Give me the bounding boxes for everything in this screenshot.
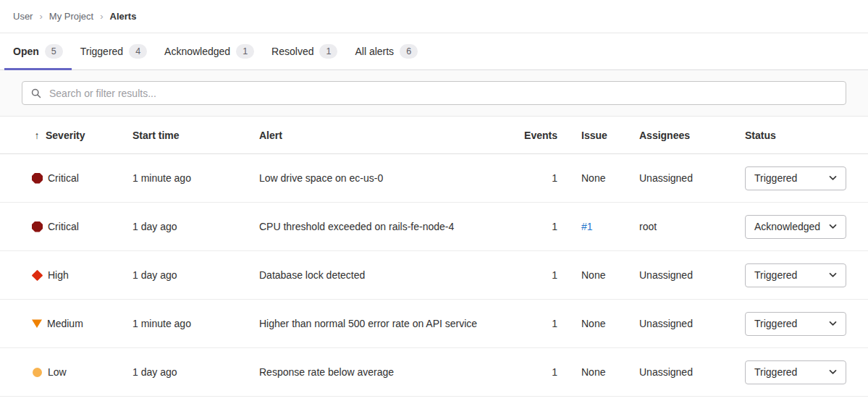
breadcrumb-alerts: Alerts xyxy=(110,11,137,22)
tab-count-badge: 1 xyxy=(319,44,337,59)
issue-value: None xyxy=(581,269,605,281)
table-body: Critical 1 minute ago Low drive space on… xyxy=(0,154,868,397)
severity-cell: Critical xyxy=(32,172,132,184)
status-cell: Triggered xyxy=(745,360,846,384)
tab-label: Resolved xyxy=(271,46,313,57)
alert-title[interactable]: Higher than normal 500 error rate on API… xyxy=(259,318,507,329)
search-box[interactable] xyxy=(22,81,846,105)
column-header-start-time: Start time xyxy=(132,130,259,141)
column-header-status: Status xyxy=(745,130,846,141)
search-input[interactable] xyxy=(48,87,837,100)
events-count: 1 xyxy=(507,221,557,232)
column-header-assignees: Assignees xyxy=(639,130,745,141)
table-header-row: ↑ Severity Start time Alert Events Issue… xyxy=(0,117,868,154)
table-row[interactable]: High 1 day ago Database lock detected 1 … xyxy=(0,251,868,300)
status-label: Triggered xyxy=(754,318,797,329)
issue-cell: None xyxy=(557,366,639,378)
status-cell: Triggered xyxy=(745,312,846,336)
table-row[interactable]: Medium 1 minute ago Higher than normal 5… xyxy=(0,300,868,348)
column-header-alert: Alert xyxy=(259,130,507,141)
tab-count-badge: 5 xyxy=(45,44,63,59)
chevron-down-icon xyxy=(829,224,837,229)
tab-all-alerts[interactable]: All alerts 6 xyxy=(346,33,426,69)
start-time: 1 day ago xyxy=(132,366,259,378)
issue-cell: None xyxy=(557,269,639,281)
tab-open[interactable]: Open 5 xyxy=(4,33,72,69)
column-header-severity[interactable]: ↑ Severity xyxy=(32,130,132,141)
tab-count-badge: 6 xyxy=(400,44,418,59)
start-time: 1 day ago xyxy=(132,269,259,281)
tab-triggered[interactable]: Triggered 4 xyxy=(72,33,156,69)
severity-medium-icon xyxy=(32,319,42,329)
tab-resolved[interactable]: Resolved 1 xyxy=(263,33,346,69)
events-count: 1 xyxy=(507,172,557,184)
status-dropdown[interactable]: Triggered xyxy=(745,360,846,384)
chevron-right-icon: › xyxy=(39,11,42,22)
table-row[interactable]: Critical 1 minute ago Low drive space on… xyxy=(0,154,868,203)
breadcrumb-my-project[interactable]: My Project xyxy=(49,11,93,22)
events-count: 1 xyxy=(507,318,557,329)
severity-label: Medium xyxy=(47,318,83,329)
tab-count-badge: 4 xyxy=(129,44,147,59)
tab-label: Open xyxy=(13,46,39,57)
status-dropdown[interactable]: Acknowledged xyxy=(745,215,846,239)
issue-cell: None xyxy=(557,172,639,184)
status-label: Triggered xyxy=(754,172,797,184)
severity-high-icon xyxy=(32,269,43,281)
assignees: root xyxy=(639,221,745,232)
severity-label: Critical xyxy=(48,172,79,184)
severity-critical-icon xyxy=(32,221,43,232)
alert-title[interactable]: CPU threshold exceeded on rails-fe-node-… xyxy=(259,221,507,232)
severity-critical-icon xyxy=(32,173,43,184)
severity-label: High xyxy=(48,269,69,281)
status-label: Triggered xyxy=(754,269,797,281)
status-dropdown[interactable]: Triggered xyxy=(745,263,846,287)
start-time: 1 day ago xyxy=(132,221,259,232)
alert-title[interactable]: Low drive space on ec-us-0 xyxy=(259,172,507,184)
severity-label: Low xyxy=(48,366,67,378)
issue-value: None xyxy=(581,172,605,184)
column-header-issue: Issue xyxy=(557,130,639,141)
column-header-events: Events xyxy=(507,130,557,141)
severity-low-icon xyxy=(33,368,42,377)
tab-count-badge: 1 xyxy=(236,44,254,59)
filter-bar xyxy=(0,70,868,117)
chevron-down-icon xyxy=(829,321,837,326)
issue-cell: #1 xyxy=(557,221,639,232)
severity-cell: Low xyxy=(32,366,132,378)
status-dropdown[interactable]: Triggered xyxy=(745,312,846,336)
issue-link[interactable]: #1 xyxy=(581,221,593,232)
severity-label: Critical xyxy=(48,221,79,232)
alert-title[interactable]: Database lock detected xyxy=(259,269,507,281)
severity-cell: Medium xyxy=(32,318,132,329)
status-cell: Acknowledged xyxy=(745,215,846,239)
chevron-down-icon xyxy=(829,272,837,278)
alerts-tab-bar: Open 5 Triggered 4 Acknowledged 1 Resolv… xyxy=(0,33,868,70)
status-dropdown[interactable]: Triggered xyxy=(745,166,846,190)
issue-value: None xyxy=(581,318,605,329)
tab-acknowledged[interactable]: Acknowledged 1 xyxy=(156,33,263,69)
severity-cell: Critical xyxy=(32,221,132,232)
issue-cell: None xyxy=(557,318,639,329)
column-header-label: Severity xyxy=(46,130,85,141)
assignees: Unassigned xyxy=(639,366,745,378)
tab-label: All alerts xyxy=(355,46,394,57)
start-time: 1 minute ago xyxy=(132,172,259,184)
arrow-up-icon: ↑ xyxy=(32,130,42,141)
status-label: Triggered xyxy=(754,366,797,378)
events-count: 1 xyxy=(507,366,557,378)
issue-value: None xyxy=(581,366,605,378)
tab-label: Triggered xyxy=(80,46,123,57)
chevron-right-icon: › xyxy=(100,11,103,22)
events-count: 1 xyxy=(507,269,557,281)
alert-title[interactable]: Response rate below average xyxy=(259,366,507,378)
chevron-down-icon xyxy=(829,369,837,375)
breadcrumb: User › My Project › Alerts xyxy=(0,0,868,33)
alerts-table: ↑ Severity Start time Alert Events Issue… xyxy=(0,117,868,397)
breadcrumb-user[interactable]: User xyxy=(13,11,33,22)
severity-cell: High xyxy=(32,269,132,281)
tab-label: Acknowledged xyxy=(164,46,230,57)
table-row[interactable]: Low 1 day ago Response rate below averag… xyxy=(0,348,868,397)
table-row[interactable]: Critical 1 day ago CPU threshold exceede… xyxy=(0,203,868,251)
assignees: Unassigned xyxy=(639,172,745,184)
